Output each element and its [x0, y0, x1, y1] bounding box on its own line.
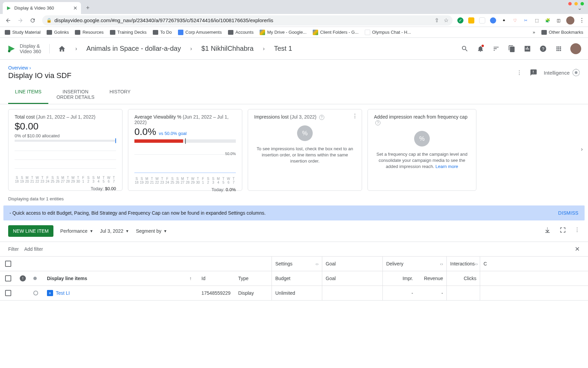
- other-bookmarks[interactable]: Other Bookmarks: [541, 30, 583, 35]
- viewability-sparkline: 50.0%: [134, 145, 236, 175]
- svg-text:?: ?: [542, 46, 544, 51]
- learn-more-link[interactable]: Learn more: [436, 164, 458, 169]
- ext-icon-7[interactable]: ✂: [523, 17, 529, 24]
- cards-scroll-next-icon[interactable]: ›: [578, 145, 586, 153]
- insights-icon[interactable]: [523, 45, 532, 53]
- line-item-goal: [322, 286, 382, 300]
- expand-icon[interactable]: ‹›: [440, 261, 443, 266]
- chrome-menu-icon[interactable]: ⋮: [579, 17, 585, 24]
- tab-history[interactable]: HISTORY: [103, 85, 137, 104]
- fullscreen-icon[interactable]: [559, 227, 566, 235]
- bookmark-resources[interactable]: Resources: [75, 30, 103, 35]
- overview-link[interactable]: Overview ›: [8, 65, 71, 71]
- ext-icon-6[interactable]: ♡: [512, 17, 518, 24]
- ext-icon-8[interactable]: ⬚: [534, 17, 540, 24]
- search-icon[interactable]: [461, 45, 469, 53]
- ext-icon-4[interactable]: [490, 17, 496, 24]
- line-item-name-cell[interactable]: ≡Test LI: [44, 286, 183, 300]
- bookmark-mydrive[interactable]: My Drive - Google...: [260, 30, 307, 35]
- install-app-icon[interactable]: ⇧: [435, 17, 439, 24]
- reload-button[interactable]: [28, 16, 37, 25]
- line-item-budget: Unlimited: [272, 286, 322, 300]
- back-button[interactable]: [3, 16, 13, 25]
- product-logo[interactable]: Display &Video 360: [7, 43, 41, 54]
- select-all-checkbox[interactable]: [5, 261, 11, 267]
- profile-avatar[interactable]: [566, 16, 574, 25]
- new-line-item-button[interactable]: NEW LINE ITEM: [8, 225, 53, 237]
- apps-grid-icon[interactable]: [555, 45, 563, 53]
- expand-icon[interactable]: ‹›: [475, 261, 478, 266]
- new-tab-button[interactable]: +: [83, 3, 93, 13]
- close-filter-icon[interactable]: ✕: [575, 245, 580, 253]
- row-checkbox[interactable]: [5, 290, 11, 296]
- notifications-icon[interactable]: [476, 45, 485, 53]
- browser-tab-active[interactable]: Display & Video 360 ✕: [3, 2, 81, 14]
- ext-icon-1[interactable]: ✓: [457, 17, 463, 24]
- table-row[interactable]: ≡Test LI 17548559229 Display Unlimited -…: [0, 286, 588, 301]
- intelligence-panel-toggle[interactable]: Intelligence: [544, 69, 580, 76]
- bookmark-star-icon[interactable]: ☆: [444, 17, 448, 24]
- info-icon[interactable]: ?: [319, 115, 324, 120]
- date-dropdown[interactable]: Jul 3, 2022▼: [100, 228, 129, 234]
- col-revenue[interactable]: Revenue: [416, 271, 446, 286]
- help-icon[interactable]: ?: [539, 45, 547, 53]
- chevron-down-icon: ▼: [89, 229, 93, 233]
- forward-button[interactable]: [16, 16, 25, 25]
- section-settings[interactable]: Settings‹›: [272, 257, 322, 271]
- table-menu-icon[interactable]: ⋮: [574, 227, 580, 235]
- section-delivery[interactable]: Delivery‹›: [382, 257, 446, 271]
- col-id[interactable]: Id: [198, 271, 235, 286]
- bookmark-study-material[interactable]: Study Material: [5, 30, 40, 35]
- expand-icon[interactable]: ‹›: [315, 261, 318, 266]
- info-icon[interactable]: ?: [375, 120, 380, 125]
- close-tab-icon[interactable]: ✕: [73, 5, 78, 11]
- tab-io-details[interactable]: INSERTION ORDER DETAILS: [48, 85, 103, 104]
- ext-icon-3[interactable]: [479, 17, 485, 24]
- bookmark-training-decks[interactable]: Training Decks: [110, 30, 147, 35]
- bookmarks-overflow[interactable]: »: [533, 30, 535, 35]
- tab-list-dropdown-icon[interactable]: ⌄: [577, 5, 582, 11]
- col-clicks[interactable]: Clicks: [446, 271, 480, 286]
- tab-line-items[interactable]: LINE ITEMS: [8, 85, 48, 104]
- col-impr[interactable]: Impr.: [382, 271, 416, 286]
- col-budget[interactable]: Budget: [272, 271, 322, 286]
- bookmark-accounts[interactable]: Accounts: [228, 30, 254, 35]
- extensions-puzzle-icon[interactable]: 🧩: [544, 17, 551, 24]
- breadcrumb-advertiser[interactable]: Animals in Space - dollar-a-day: [86, 45, 181, 52]
- user-avatar[interactable]: [570, 43, 581, 54]
- ext-icon-5[interactable]: ✦: [501, 17, 507, 24]
- sort-arrow-icon[interactable]: ↑: [183, 271, 198, 286]
- segment-dropdown[interactable]: Segment by▼: [136, 228, 167, 234]
- cost-sparkline: [15, 144, 116, 174]
- bookmark-todo[interactable]: To Do: [153, 30, 172, 35]
- sidepanel-icon[interactable]: ◫: [555, 17, 561, 24]
- dismiss-banner-button[interactable]: DISMISS: [558, 210, 578, 216]
- feedback-icon[interactable]: [529, 68, 538, 77]
- ext-icon-2[interactable]: [468, 17, 474, 24]
- col-goal[interactable]: Goal: [322, 271, 382, 286]
- section-interactions[interactable]: Interactions‹›: [446, 257, 480, 271]
- section-last[interactable]: C: [480, 257, 500, 271]
- address-bar[interactable]: 🔒 displayvideo.google.com/#ng_nav/p/2343…: [42, 15, 453, 26]
- breadcrumb-campaign[interactable]: $1 NikhilChhabra: [201, 45, 254, 52]
- chevron-right-icon: ›: [260, 46, 268, 52]
- bookmark-corp-amusements[interactable]: Corp Amusements: [178, 30, 222, 35]
- home-icon[interactable]: [58, 45, 66, 52]
- add-filter-button[interactable]: Add filter: [24, 246, 43, 252]
- card-menu-icon[interactable]: ⋮: [352, 113, 358, 119]
- account-tree-icon[interactable]: [492, 45, 500, 53]
- page-menu-icon[interactable]: ⋮: [515, 68, 523, 77]
- section-goal[interactable]: Goal: [322, 257, 382, 271]
- bookmark-client-folders[interactable]: Client Folders - G...: [313, 30, 359, 35]
- bookmark-olympus-chat[interactable]: Olympus Chat - H...: [365, 30, 411, 35]
- col-type[interactable]: Type: [235, 271, 272, 286]
- bookmark-golinks[interactable]: Golinks: [47, 30, 69, 35]
- performance-dropdown[interactable]: Performance▼: [60, 228, 93, 234]
- copy-icon[interactable]: [508, 45, 516, 53]
- breadcrumb-io[interactable]: Test 1: [274, 45, 292, 52]
- tab-title: Display & Video 360: [14, 5, 54, 11]
- download-icon[interactable]: [544, 227, 551, 235]
- select-all-checkbox-2[interactable]: [5, 275, 11, 281]
- col-name[interactable]: Display line items: [44, 271, 183, 286]
- browser-tab-strip: Display & Video 360 ✕ + ⌄: [0, 0, 588, 14]
